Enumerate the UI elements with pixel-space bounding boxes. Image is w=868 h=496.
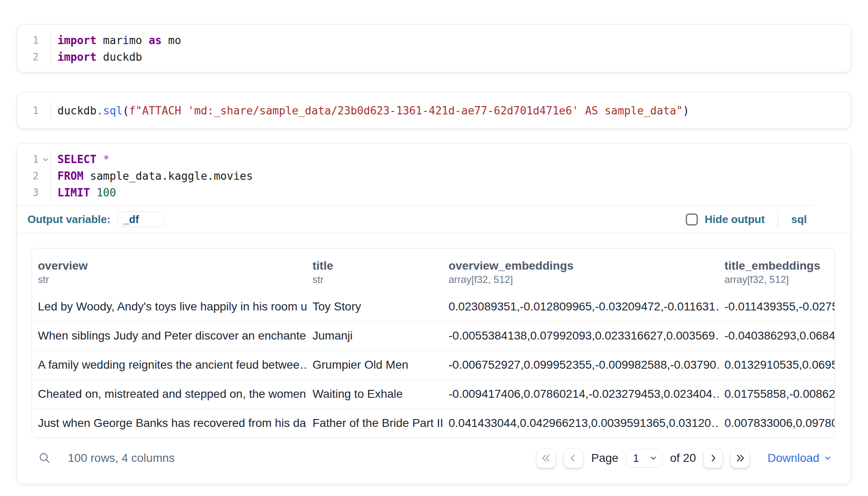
column-name: overview (38, 258, 301, 273)
table-cell: Jumanji (307, 321, 443, 350)
table-cell: -0.0055384138,0.07992093,0.023316627,0.0… (443, 321, 719, 350)
code-token: f"ATTACH 'md:_share/sample_data/23b0d623… (129, 104, 683, 117)
code-line: 1 duckdb.sql(f"ATTACH 'md:_share/sample_… (17, 102, 851, 119)
chevron-down-icon (823, 454, 832, 462)
table-cell: 0.007833006,0.097801 (719, 409, 835, 438)
code-token: as (149, 34, 161, 47)
page-select[interactable]: 1 (626, 449, 662, 468)
column-type: array[f32, 512] (724, 273, 829, 286)
code-token: ) (683, 104, 689, 117)
table-cell: 0.0132910535,0.06958 (719, 350, 835, 379)
line-number: 2 (33, 170, 39, 182)
table-header-row: overview str title str overview_embeddin… (32, 248, 835, 292)
hide-output-checkbox[interactable] (686, 213, 698, 226)
table-cell: Toy Story (307, 292, 443, 321)
output-variable-input[interactable] (118, 211, 164, 227)
page-select-value: 1 (633, 452, 639, 465)
download-label: Download (767, 451, 819, 465)
code-token: 100 (97, 186, 116, 199)
code-token (90, 186, 97, 199)
table-cell: Waiting to Exhale (307, 379, 443, 409)
result-table: overview str title str overview_embeddin… (32, 248, 835, 438)
sql-cell: 1 SELECT * 2 FROM sample_data.kaggle.mov… (17, 143, 851, 484)
table-cell: Cheated on, mistreated and stepped on, t… (32, 379, 307, 409)
column-name: title (312, 258, 437, 273)
table-row: When siblings Judy and Peter discover an… (32, 321, 835, 350)
code-token: mo (161, 34, 181, 47)
code-token: sql (103, 104, 123, 117)
hide-output-label[interactable]: Hide output (705, 213, 765, 226)
code-token: SELECT (57, 153, 97, 166)
fold-chevron-icon[interactable] (42, 156, 49, 163)
divider (17, 233, 851, 233)
first-page-button[interactable] (536, 449, 556, 468)
table-cell: Father of the Bride Part II (307, 409, 443, 438)
code-token: ( (123, 104, 129, 117)
table-cell: Grumpier Old Men (307, 350, 443, 379)
column-type: str (312, 273, 437, 286)
table-cell: 0.023089351,-0.012809965,-0.03209472,-0.… (443, 292, 719, 321)
line-number: 2 (33, 51, 39, 63)
divider (778, 211, 779, 228)
previous-page-button[interactable] (563, 449, 583, 468)
column-name: title_embeddings (724, 258, 829, 273)
code-line: 2 FROM sample_data.kaggle.movies (17, 168, 851, 184)
line-number: 1 (33, 35, 39, 46)
column-type: str (38, 273, 301, 286)
table-cell: Led by Woody, Andy's toys live happily i… (32, 292, 307, 321)
code-token (97, 153, 103, 166)
table-cell: 0.01755858,-0.0086286 (719, 379, 835, 409)
page-label: Page (591, 451, 618, 465)
code-cell-attach: 1 duckdb.sql(f"ATTACH 'md:_share/sample_… (17, 92, 851, 129)
code-token: sample_data.kaggle.movies (84, 170, 253, 182)
column-header-overview-embeddings[interactable]: overview_embeddings array[f32, 512] (443, 248, 719, 292)
language-badge[interactable]: sql (791, 213, 807, 226)
column-header-title[interactable]: title str (307, 248, 443, 292)
download-button[interactable]: Download (767, 451, 832, 465)
table-cell: -0.040386293,0.06845 (719, 321, 835, 350)
code-editor[interactable]: 1 duckdb.sql(f"ATTACH 'md:_share/sample_… (17, 102, 851, 119)
output-variable-bar: Output variable: Hide output sql (17, 206, 851, 233)
line-number: 1 (33, 105, 39, 117)
table-cell: A family wedding reignites the ancient f… (32, 350, 307, 379)
code-token: FROM (57, 170, 84, 182)
column-name: overview_embeddings (449, 258, 713, 273)
last-page-button[interactable] (730, 449, 750, 468)
line-number: 3 (33, 187, 39, 198)
code-token: . (97, 104, 103, 117)
code-token: import (57, 51, 97, 63)
output-variable-label: Output variable: (27, 213, 110, 226)
table-cell: 0.041433044,0.042966213,0.0039591365,0.0… (443, 409, 719, 438)
code-line: 2 import duckdb (17, 49, 851, 65)
code-token: marimo (97, 34, 149, 47)
table-row: Cheated on, mistreated and stepped on, t… (32, 379, 835, 409)
code-token: duckdb (97, 51, 142, 63)
code-line: 3 LIMIT 100 (17, 184, 851, 201)
code-editor[interactable]: 1 SELECT * 2 FROM sample_data.kaggle.mov… (17, 151, 851, 201)
table-row: A family wedding reignites the ancient f… (32, 350, 835, 379)
table-cell: -0.009417406,0.07860214,-0.023279453,0.0… (443, 379, 719, 409)
code-line: 1 SELECT * (17, 151, 851, 168)
table-cell: -0.011439355,-0.02752 (719, 292, 835, 321)
code-token: * (103, 153, 110, 166)
search-icon[interactable] (38, 451, 51, 465)
column-header-title-embeddings[interactable]: title_embeddings array[f32, 512] (719, 248, 835, 292)
code-cell-imports: 1 import marimo as mo 2 import duckdb (17, 24, 851, 72)
line-number: 1 (33, 154, 39, 165)
page-total-label: of 20 (670, 451, 696, 465)
table-footer: 100 rows, 4 columns Page 1 of 20 Downloa (17, 445, 851, 471)
table-row: Just when George Banks has recovered fro… (32, 409, 835, 438)
code-line: 1 import marimo as mo (17, 32, 851, 49)
code-token: duckdb (57, 104, 97, 117)
table-cell: When siblings Judy and Peter discover an… (32, 321, 307, 350)
code-token: LIMIT (57, 186, 90, 199)
table-cell: Just when George Banks has recovered fro… (32, 409, 307, 438)
code-editor[interactable]: 1 import marimo as mo 2 import duckdb (17, 32, 851, 65)
next-page-button[interactable] (703, 449, 723, 468)
code-token: import (57, 34, 97, 47)
table-cell: -0.006752927,0.099952355,-0.009982588,-0… (443, 350, 719, 379)
row-count-summary: 100 rows, 4 columns (68, 451, 175, 465)
column-header-overview[interactable]: overview str (32, 248, 307, 292)
chevron-down-icon (650, 454, 657, 462)
column-type: array[f32, 512] (449, 273, 713, 286)
